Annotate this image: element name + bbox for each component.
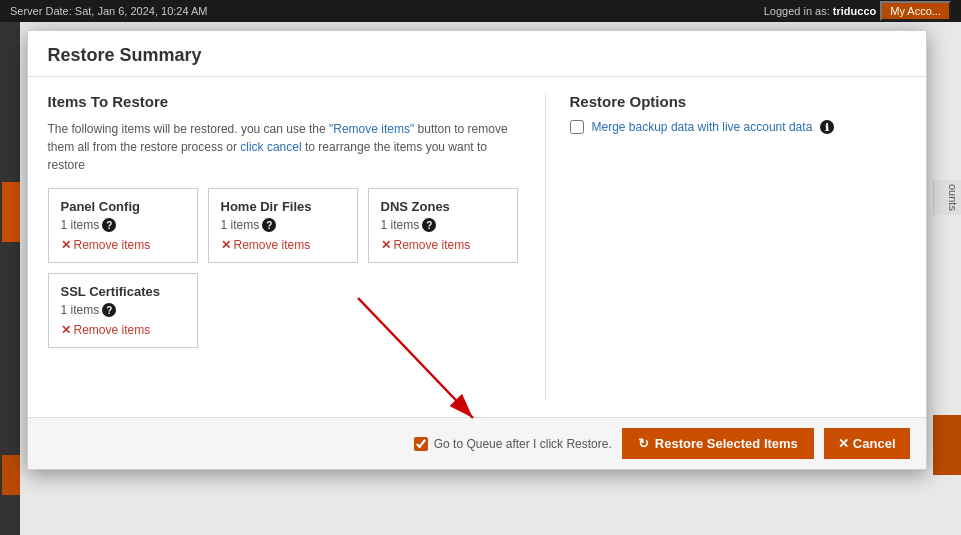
item-home-dir-title: Home Dir Files xyxy=(221,199,345,214)
item-dns-zones-title: DNS Zones xyxy=(381,199,505,214)
item-ssl-certs-title: SSL Certificates xyxy=(61,284,185,299)
merge-option-container: Merge backup data with live account data… xyxy=(570,120,906,134)
logged-in-text: Logged in as: triducco xyxy=(764,5,877,17)
server-date: Server Date: Sat, Jan 6, 2024, 10:24 AM xyxy=(10,5,208,17)
right-edge-label: ounts xyxy=(933,180,961,215)
item-panel-config-count: 1 items ? xyxy=(61,218,185,232)
item-ssl-certs-count: 1 items ? xyxy=(61,303,185,317)
dns-zones-help-icon[interactable]: ? xyxy=(422,218,436,232)
panel-config-help-icon[interactable]: ? xyxy=(102,218,116,232)
items-grid: Panel Config 1 items ? ✕ Remove items Ho… xyxy=(48,188,525,348)
go-to-queue-option: Go to Queue after I click Restore. xyxy=(414,437,612,451)
cancel-button[interactable]: ✕ Cancel xyxy=(824,428,910,459)
dns-zones-remove-link[interactable]: ✕ Remove items xyxy=(381,238,505,252)
merge-label: Merge backup data with live account data xyxy=(592,120,813,134)
item-card-dns-zones: DNS Zones 1 items ? ✕ Remove items xyxy=(368,188,518,263)
go-to-queue-checkbox[interactable] xyxy=(414,437,428,451)
restore-modal: Restore Summary Items To Restore The fol… xyxy=(27,30,927,470)
panel-config-x-icon: ✕ xyxy=(61,238,71,252)
restore-options-section: Restore Options Merge backup data with l… xyxy=(546,93,906,401)
restore-options-title: Restore Options xyxy=(570,93,906,110)
home-dir-help-icon[interactable]: ? xyxy=(262,218,276,232)
item-panel-config-title: Panel Config xyxy=(61,199,185,214)
modal-overlay: Restore Summary Items To Restore The fol… xyxy=(20,22,933,535)
ssl-certs-x-icon: ✕ xyxy=(61,323,71,337)
right-edge-button[interactable] xyxy=(933,415,961,475)
modal-header: Restore Summary xyxy=(28,31,926,77)
item-card-ssl-certs: SSL Certificates 1 items ? ✕ Remove item… xyxy=(48,273,198,348)
top-bar: Server Date: Sat, Jan 6, 2024, 10:24 AM … xyxy=(0,0,961,22)
merge-info-icon[interactable]: ℹ xyxy=(820,120,834,134)
item-card-panel-config: Panel Config 1 items ? ✕ Remove items xyxy=(48,188,198,263)
modal-footer: Go to Queue after I click Restore. ↻ Res… xyxy=(28,417,926,469)
my-account-button[interactable]: My Acco... xyxy=(880,1,951,21)
home-dir-remove-link[interactable]: ✕ Remove items xyxy=(221,238,345,252)
item-home-dir-count: 1 items ? xyxy=(221,218,345,232)
items-section-title: Items To Restore xyxy=(48,93,525,110)
modal-title: Restore Summary xyxy=(48,45,906,66)
merge-checkbox[interactable] xyxy=(570,120,584,134)
dns-zones-x-icon: ✕ xyxy=(381,238,391,252)
home-dir-x-icon: ✕ xyxy=(221,238,231,252)
modal-body: Items To Restore The following items wil… xyxy=(28,77,926,417)
go-to-queue-label: Go to Queue after I click Restore. xyxy=(434,437,612,451)
item-dns-zones-count: 1 items ? xyxy=(381,218,505,232)
ssl-certs-help-icon[interactable]: ? xyxy=(102,303,116,317)
restore-icon: ↻ xyxy=(638,436,649,451)
item-card-home-dir: Home Dir Files 1 items ? ✕ Remove items xyxy=(208,188,358,263)
ssl-certs-remove-link[interactable]: ✕ Remove items xyxy=(61,323,185,337)
cancel-x-icon: ✕ xyxy=(838,436,849,451)
sidebar-item-highlight xyxy=(2,182,20,242)
items-to-restore-section: Items To Restore The following items wil… xyxy=(48,93,546,401)
panel-config-remove-link[interactable]: ✕ Remove items xyxy=(61,238,185,252)
restore-selected-button[interactable]: ↻ Restore Selected Items xyxy=(622,428,814,459)
sidebar-item-bottom xyxy=(2,455,20,495)
restore-description: The following items will be restored. yo… xyxy=(48,120,525,174)
sidebar xyxy=(0,22,20,535)
